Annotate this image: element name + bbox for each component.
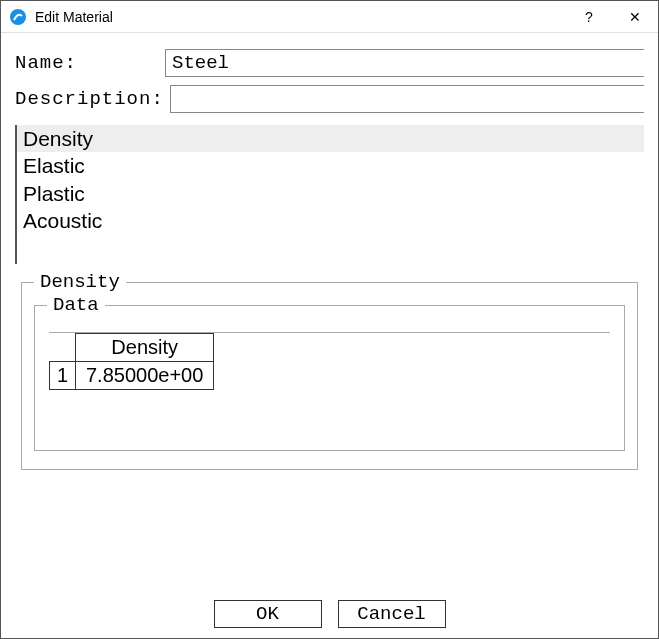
table-col-header: Density [76,334,214,362]
data-panel-legend: Data [47,294,105,316]
app-icon [9,8,27,26]
table-row-header: 1 [50,362,76,390]
name-label: Name: [15,52,165,74]
help-button[interactable]: ? [566,1,612,33]
density-panel: Density Data Density 1 7.85000e+00 [21,282,638,470]
density-panel-legend: Density [34,271,126,293]
svg-point-0 [10,9,26,25]
property-list[interactable]: Density Elastic Plastic Acoustic [15,125,644,264]
button-bar: OK Cancel [1,600,658,628]
close-icon: ✕ [629,9,641,25]
density-table: Density 1 7.85000e+00 [49,333,214,390]
data-panel: Data Density 1 7.85000e+00 [34,305,625,451]
density-cell[interactable]: 7.85000e+00 [76,362,214,390]
list-item-density[interactable]: Density [17,125,644,152]
window-title: Edit Material [35,9,566,25]
list-item-plastic[interactable]: Plastic [17,180,644,207]
cancel-button[interactable]: Cancel [338,600,446,628]
name-input[interactable] [165,49,644,77]
table-row: 1 7.85000e+00 [50,362,214,390]
titlebar: Edit Material ? ✕ [1,1,658,33]
help-icon: ? [585,9,593,25]
table-corner [50,334,76,362]
description-input[interactable] [170,85,644,113]
ok-button[interactable]: OK [214,600,322,628]
list-item-acoustic[interactable]: Acoustic [17,207,644,234]
close-button[interactable]: ✕ [612,1,658,33]
list-item-elastic[interactable]: Elastic [17,152,644,179]
description-label: Description: [15,88,164,110]
